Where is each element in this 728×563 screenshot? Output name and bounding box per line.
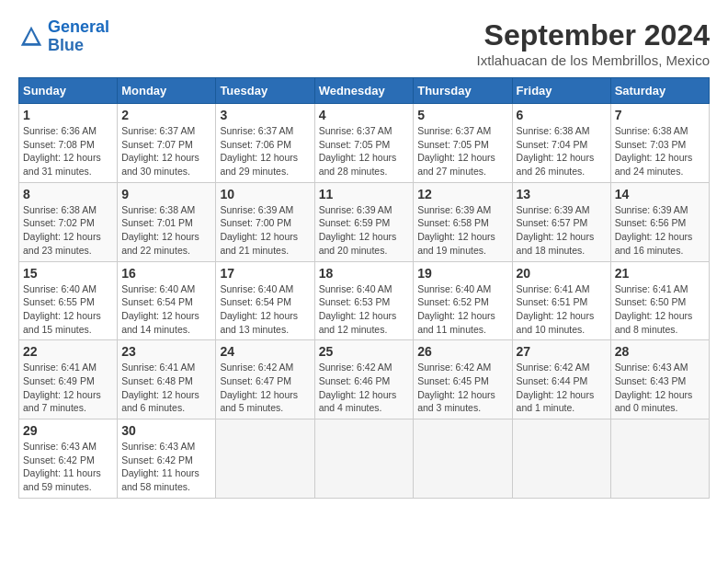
day-info: Sunrise: 6:40 AM Sunset: 6:55 PM Dayligh…	[23, 282, 113, 337]
calendar-day-cell: 21 Sunrise: 6:41 AM Sunset: 6:50 PM Dayl…	[610, 261, 709, 340]
calendar-day-cell: 8 Sunrise: 6:38 AM Sunset: 7:02 PM Dayli…	[19, 182, 118, 261]
calendar-day-cell: 17 Sunrise: 6:40 AM Sunset: 6:54 PM Dayl…	[216, 261, 314, 340]
day-number: 9	[121, 187, 211, 201]
day-info: Sunrise: 6:43 AM Sunset: 6:42 PM Dayligh…	[23, 440, 113, 494]
day-info: Sunrise: 6:38 AM Sunset: 7:04 PM Dayligh…	[517, 124, 607, 178]
calendar-day-cell: 27 Sunrise: 6:42 AM Sunset: 6:44 PM Dayl…	[512, 340, 610, 419]
day-number: 2	[121, 108, 211, 122]
calendar-day-cell	[216, 419, 314, 499]
calendar-day-cell: 13 Sunrise: 6:39 AM Sunset: 6:57 PM Dayl…	[512, 182, 610, 261]
day-number: 20	[517, 266, 607, 281]
location-subtitle: Ixtlahuacan de los Membrillos, Mexico	[477, 52, 710, 68]
weekday-header: Wednesday	[314, 78, 414, 104]
logo-icon	[18, 24, 44, 50]
day-number: 3	[220, 108, 310, 122]
calendar-day-cell: 23 Sunrise: 6:41 AM Sunset: 6:48 PM Dayl…	[118, 340, 216, 419]
calendar-day-cell: 26 Sunrise: 6:42 AM Sunset: 6:45 PM Dayl…	[414, 340, 512, 419]
calendar-day-cell: 2 Sunrise: 6:37 AM Sunset: 7:07 PM Dayli…	[118, 104, 216, 183]
calendar-day-cell: 28 Sunrise: 6:43 AM Sunset: 6:43 PM Dayl…	[610, 340, 709, 419]
day-info: Sunrise: 6:37 AM Sunset: 7:06 PM Dayligh…	[220, 124, 310, 178]
day-info: Sunrise: 6:40 AM Sunset: 6:52 PM Dayligh…	[417, 282, 507, 337]
day-number: 18	[319, 266, 410, 281]
weekday-header: Tuesday	[216, 78, 314, 104]
month-title: September 2024	[477, 18, 710, 52]
day-info: Sunrise: 6:41 AM Sunset: 6:48 PM Dayligh…	[121, 361, 211, 415]
weekday-header: Sunday	[19, 78, 118, 104]
day-info: Sunrise: 6:38 AM Sunset: 7:02 PM Dayligh…	[23, 203, 113, 258]
weekday-header: Monday	[118, 78, 216, 104]
calendar-week-row: 22 Sunrise: 6:41 AM Sunset: 6:49 PM Dayl…	[19, 340, 710, 419]
calendar-day-cell: 7 Sunrise: 6:38 AM Sunset: 7:03 PM Dayli…	[610, 104, 709, 183]
day-info: Sunrise: 6:37 AM Sunset: 7:07 PM Dayligh…	[121, 124, 211, 178]
calendar-week-row: 8 Sunrise: 6:38 AM Sunset: 7:02 PM Dayli…	[19, 182, 710, 261]
day-info: Sunrise: 6:41 AM Sunset: 6:51 PM Dayligh…	[517, 282, 607, 337]
calendar-day-cell	[610, 419, 709, 499]
day-number: 25	[319, 344, 410, 359]
day-number: 16	[121, 266, 211, 281]
title-block: September 2024 Ixtlahuacan de los Membri…	[477, 18, 710, 68]
calendar-day-cell: 29 Sunrise: 6:43 AM Sunset: 6:42 PM Dayl…	[19, 419, 118, 499]
calendar-day-cell: 4 Sunrise: 6:37 AM Sunset: 7:05 PM Dayli…	[314, 104, 414, 183]
calendar-day-cell: 6 Sunrise: 6:38 AM Sunset: 7:04 PM Dayli…	[512, 104, 610, 183]
day-number: 19	[417, 266, 507, 281]
calendar-day-cell	[414, 419, 512, 499]
day-number: 7	[615, 108, 705, 122]
calendar-day-cell: 15 Sunrise: 6:40 AM Sunset: 6:55 PM Dayl…	[19, 261, 118, 340]
day-info: Sunrise: 6:39 AM Sunset: 6:56 PM Dayligh…	[615, 203, 705, 258]
calendar-day-cell: 12 Sunrise: 6:39 AM Sunset: 6:58 PM Dayl…	[414, 182, 512, 261]
calendar-day-cell: 1 Sunrise: 6:36 AM Sunset: 7:08 PM Dayli…	[19, 104, 118, 183]
calendar-day-cell: 10 Sunrise: 6:39 AM Sunset: 7:00 PM Dayl…	[216, 182, 314, 261]
calendar-day-cell: 3 Sunrise: 6:37 AM Sunset: 7:06 PM Dayli…	[216, 104, 314, 183]
calendar-day-cell: 9 Sunrise: 6:38 AM Sunset: 7:01 PM Dayli…	[118, 182, 216, 261]
day-number: 14	[615, 187, 705, 201]
day-info: Sunrise: 6:37 AM Sunset: 7:05 PM Dayligh…	[319, 124, 410, 178]
day-number: 27	[517, 344, 607, 359]
calendar-day-cell: 30 Sunrise: 6:43 AM Sunset: 6:42 PM Dayl…	[118, 419, 216, 499]
day-info: Sunrise: 6:40 AM Sunset: 6:53 PM Dayligh…	[319, 282, 410, 337]
day-info: Sunrise: 6:40 AM Sunset: 6:54 PM Dayligh…	[220, 282, 310, 337]
calendar-day-cell: 20 Sunrise: 6:41 AM Sunset: 6:51 PM Dayl…	[512, 261, 610, 340]
calendar-day-cell: 19 Sunrise: 6:40 AM Sunset: 6:52 PM Dayl…	[414, 261, 512, 340]
day-info: Sunrise: 6:43 AM Sunset: 6:43 PM Dayligh…	[615, 361, 705, 415]
day-number: 26	[417, 344, 507, 359]
day-number: 10	[220, 187, 310, 201]
calendar-day-cell: 24 Sunrise: 6:42 AM Sunset: 6:47 PM Dayl…	[216, 340, 314, 419]
day-number: 29	[23, 423, 113, 438]
logo: General Blue	[18, 18, 109, 55]
day-info: Sunrise: 6:43 AM Sunset: 6:42 PM Dayligh…	[121, 440, 211, 494]
day-info: Sunrise: 6:42 AM Sunset: 6:46 PM Dayligh…	[319, 361, 410, 415]
day-info: Sunrise: 6:41 AM Sunset: 6:50 PM Dayligh…	[615, 282, 705, 337]
calendar-day-cell: 5 Sunrise: 6:37 AM Sunset: 7:05 PM Dayli…	[414, 104, 512, 183]
day-number: 22	[23, 344, 113, 359]
calendar-day-cell: 11 Sunrise: 6:39 AM Sunset: 6:59 PM Dayl…	[314, 182, 414, 261]
calendar-day-cell	[512, 419, 610, 499]
weekday-header: Thursday	[414, 78, 512, 104]
day-number: 4	[319, 108, 410, 122]
day-number: 5	[417, 108, 507, 122]
day-number: 11	[319, 187, 410, 201]
page-header: General Blue September 2024 Ixtlahuacan …	[18, 18, 710, 68]
logo-text: General Blue	[48, 18, 109, 55]
day-number: 24	[220, 344, 310, 359]
day-number: 12	[417, 187, 507, 201]
day-number: 28	[615, 344, 705, 359]
calendar-table: SundayMondayTuesdayWednesdayThursdayFrid…	[18, 77, 710, 499]
day-info: Sunrise: 6:37 AM Sunset: 7:05 PM Dayligh…	[417, 124, 507, 178]
day-number: 13	[517, 187, 607, 201]
calendar-day-cell: 25 Sunrise: 6:42 AM Sunset: 6:46 PM Dayl…	[314, 340, 414, 419]
day-info: Sunrise: 6:41 AM Sunset: 6:49 PM Dayligh…	[23, 361, 113, 415]
day-number: 1	[23, 108, 113, 122]
weekday-header: Saturday	[610, 78, 709, 104]
day-info: Sunrise: 6:39 AM Sunset: 6:58 PM Dayligh…	[417, 203, 507, 258]
day-number: 23	[121, 344, 211, 359]
calendar-day-cell: 16 Sunrise: 6:40 AM Sunset: 6:54 PM Dayl…	[118, 261, 216, 340]
day-info: Sunrise: 6:39 AM Sunset: 6:57 PM Dayligh…	[517, 203, 607, 258]
day-number: 17	[220, 266, 310, 281]
day-info: Sunrise: 6:40 AM Sunset: 6:54 PM Dayligh…	[121, 282, 211, 337]
day-number: 8	[23, 187, 113, 201]
calendar-week-row: 1 Sunrise: 6:36 AM Sunset: 7:08 PM Dayli…	[19, 104, 710, 183]
day-number: 6	[517, 108, 607, 122]
day-number: 21	[615, 266, 705, 281]
day-info: Sunrise: 6:36 AM Sunset: 7:08 PM Dayligh…	[23, 124, 113, 178]
day-number: 30	[121, 423, 211, 438]
